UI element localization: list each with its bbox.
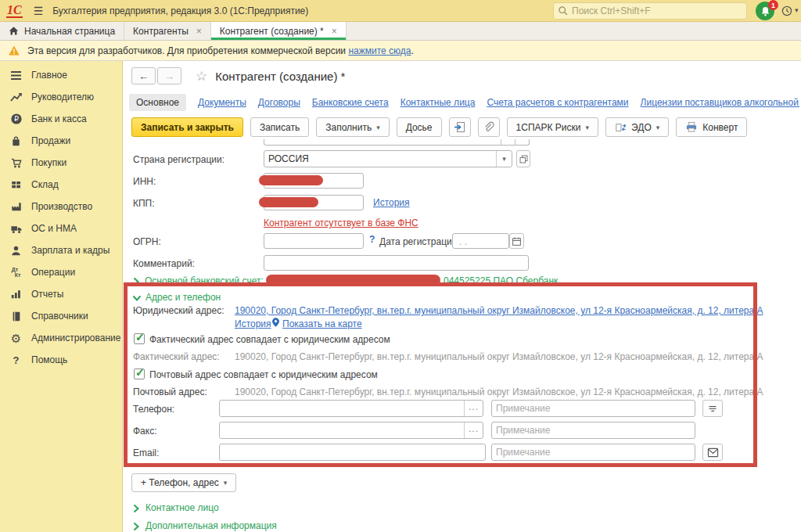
sidebar-item-sales[interactable]: Продажи xyxy=(0,130,122,152)
reg-date-label: Дата регистрации: xyxy=(379,236,460,247)
favorite-star-icon[interactable]: ☆ xyxy=(196,68,207,84)
search-input[interactable] xyxy=(572,5,742,16)
save-and-close-button[interactable]: Записать и закрыть xyxy=(131,117,243,137)
notification-count-badge: 1 xyxy=(768,0,778,10)
fns-warning-link[interactable]: Контрагент отсутствует в базе ФНС xyxy=(264,217,418,228)
kpp-redaction xyxy=(259,197,318,207)
window-title: Бухгалтерия предприятия, редакция 3.0 (1… xyxy=(52,5,308,16)
main-menu-icon[interactable]: ☰ xyxy=(34,5,44,17)
tab-counterparties-label: Контрагенты xyxy=(133,26,189,37)
tab-alcohol-licenses[interactable]: Лицензии поставщиков алкогольной продукц… xyxy=(641,97,799,108)
ogrn-input[interactable] xyxy=(264,233,364,249)
sidebar-item-manager[interactable]: Руководителю xyxy=(0,86,122,108)
tab-settlement-accounts[interactable]: Счета расчетов с контрагентами xyxy=(487,97,628,108)
inn-label: ИНН: xyxy=(133,176,156,187)
menu-lines-icon xyxy=(9,69,23,81)
truck-icon xyxy=(9,222,23,235)
trend-chart-icon xyxy=(9,91,23,103)
sidebar-item-administration[interactable]: ⚙ Администрирование xyxy=(0,327,122,349)
cart-icon xyxy=(9,156,23,169)
caret-down-icon: ▾ xyxy=(376,124,380,131)
sidebar-item-production[interactable]: Производство xyxy=(0,196,122,217)
dt-kt-icon: ДтКт xyxy=(9,266,23,279)
bar-chart-icon xyxy=(9,288,23,300)
sidebar-item-references[interactable]: Справочники xyxy=(0,305,122,327)
tab-bank-accounts[interactable]: Банковские счета xyxy=(312,97,389,108)
sidebar-item-salary[interactable]: Зарплата и кадры xyxy=(0,239,122,261)
tab-counterparties[interactable]: Контрагенты × xyxy=(124,22,211,40)
form-toolbar: Записать и закрыть Записать Заполнить▾ Д… xyxy=(131,117,747,137)
global-search[interactable] xyxy=(553,2,747,20)
spark-risks-button[interactable]: 1СПАРК Риски▾ xyxy=(507,117,599,137)
open-link-icon xyxy=(519,154,529,164)
tab-documents[interactable]: Документы xyxy=(198,97,246,108)
buy-version-link[interactable]: нажмите сюда xyxy=(348,45,411,56)
chevron-right-icon[interactable] xyxy=(133,522,139,531)
close-icon[interactable]: × xyxy=(332,26,337,37)
sidebar-item-main[interactable]: Главное xyxy=(0,64,122,86)
book-icon xyxy=(9,310,23,322)
sidebar-item-warehouse[interactable]: Склад xyxy=(0,174,122,196)
comment-label: Комментарий: xyxy=(133,258,195,269)
load-document-button[interactable] xyxy=(449,117,471,137)
inn-redaction xyxy=(259,175,323,185)
kpp-history-link[interactable]: История xyxy=(373,197,410,208)
close-icon[interactable]: × xyxy=(196,26,202,37)
edo-button[interactable]: ЭДО▾ xyxy=(605,117,669,137)
dev-version-warning: Эта версия для разработчиков. Для приобр… xyxy=(0,41,801,61)
history-icon[interactable] xyxy=(781,5,793,17)
caret-down-icon: ▾ xyxy=(586,124,590,131)
grid-icon xyxy=(9,178,23,191)
chevron-right-icon[interactable] xyxy=(133,504,139,513)
attachments-button[interactable] xyxy=(478,117,500,137)
sidebar-item-bank[interactable]: ₽ Банк и касса xyxy=(0,108,122,130)
ogrn-label: ОГРН: xyxy=(133,236,161,247)
sidebar-item-operations[interactable]: ДтКт Операции xyxy=(0,261,122,283)
tab-contracts[interactable]: Договоры xyxy=(258,97,300,108)
document-arrow-icon xyxy=(454,121,466,134)
form-title: Контрагент (создание) * xyxy=(215,70,345,83)
dossier-button[interactable]: Досье xyxy=(397,117,442,137)
edo-exchange-icon xyxy=(615,122,627,133)
question-icon: ? xyxy=(9,354,23,366)
tab-counterparty-new[interactable]: Контрагент (создание) * × xyxy=(211,22,347,40)
annotation-highlight-box xyxy=(124,282,757,467)
envelope-print-button[interactable]: Конверт xyxy=(676,117,747,137)
kpp-label: КПП: xyxy=(133,198,155,209)
open-country-button[interactable] xyxy=(516,150,530,167)
sidebar-item-reports[interactable]: Отчеты xyxy=(0,283,122,305)
sidebar-item-fixed-assets[interactable]: ОС и НМА xyxy=(0,217,122,239)
comment-input[interactable] xyxy=(264,255,529,271)
country-label: Страна регистрации: xyxy=(133,154,224,165)
warning-text: Эта версия для разработчиков. Для приобр… xyxy=(27,45,414,56)
add-phone-address-button[interactable]: + Телефон, адрес▾ xyxy=(131,473,236,492)
back-button[interactable]: ← xyxy=(131,67,156,84)
factory-icon xyxy=(9,200,23,213)
tab-main[interactable]: Основное xyxy=(129,94,186,111)
country-combo[interactable]: РОССИЯ ▾ xyxy=(264,150,512,167)
calendar-button[interactable] xyxy=(509,233,524,249)
additional-info-section[interactable]: Дополнительная информация xyxy=(145,520,277,531)
topbar-caret-icon[interactable]: ▾ xyxy=(795,6,799,14)
help-icon[interactable]: ? xyxy=(369,234,375,245)
warning-icon xyxy=(8,45,20,56)
tab-counterparty-new-label: Контрагент (создание) * xyxy=(220,26,324,37)
tab-contact-persons[interactable]: Контактные лица xyxy=(400,97,476,108)
person-icon xyxy=(9,244,23,257)
1c-logo: 1С xyxy=(6,4,23,18)
clipped-field-fragment xyxy=(264,139,530,146)
reg-date-value: . . xyxy=(453,234,508,247)
tab-home[interactable]: Начальная страница xyxy=(0,22,124,40)
gear-icon: ⚙ xyxy=(9,332,23,344)
dropdown-caret-icon[interactable]: ▾ xyxy=(496,151,512,167)
country-value: РОССИЯ xyxy=(264,151,512,164)
contact-person-section[interactable]: Контактное лицо xyxy=(145,502,219,513)
caret-down-icon: ▾ xyxy=(224,479,228,487)
save-button[interactable]: Записать xyxy=(250,117,309,137)
sidebar-item-help[interactable]: ? Помощь xyxy=(0,349,122,371)
printer-icon xyxy=(685,121,698,133)
reg-date-input[interactable]: . . xyxy=(452,233,509,249)
fill-button[interactable]: Заполнить▾ xyxy=(316,117,389,137)
sidebar-item-purchases[interactable]: Покупки xyxy=(0,152,122,174)
forward-button[interactable]: → xyxy=(157,67,181,84)
